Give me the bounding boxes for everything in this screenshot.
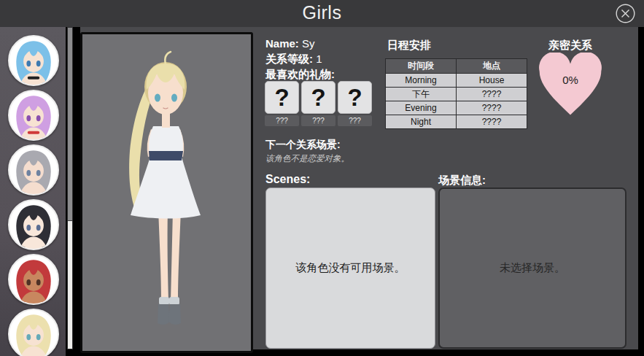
- sidebar-avatar-1[interactable]: [8, 35, 59, 86]
- character-model: [82, 34, 251, 351]
- scrollbar-thumb[interactable]: [68, 28, 72, 221]
- scene-info-panel: 未选择场景。: [438, 187, 626, 349]
- sidebar-avatar-2[interactable]: [8, 90, 59, 141]
- sidebar-scrollbar[interactable]: [67, 27, 73, 349]
- gift-unknown-icon[interactable]: ?: [301, 81, 335, 114]
- name-value: Sy: [299, 37, 315, 50]
- intimacy-percent: 0%: [537, 74, 604, 86]
- gift-unknown-icon[interactable]: ?: [338, 81, 372, 114]
- schedule-row: Morning House: [386, 73, 527, 87]
- schedule-cell-time: Evening: [386, 101, 456, 115]
- name-label: Name:: [265, 37, 299, 50]
- gift-caption: ???: [265, 115, 299, 126]
- schedule-cell-place: ????: [456, 115, 527, 128]
- schedule-row: 下午 ????: [386, 87, 527, 101]
- level-label: 关系等级:: [265, 53, 313, 65]
- scenes-list-panel[interactable]: 该角色没有可用场景。: [265, 187, 435, 349]
- scenes-label: Scenes:: [265, 173, 310, 186]
- schedule-cell-time: 下午: [386, 88, 456, 101]
- avatar-portrait: [9, 310, 58, 356]
- title-bar: Girls: [0, 0, 644, 27]
- character-list: [0, 27, 66, 356]
- not-romanceable-note: 该角色不是恋爱对象。: [265, 153, 349, 164]
- character-model-panel: [80, 32, 253, 353]
- sidebar-avatar-3[interactable]: [8, 144, 59, 196]
- schedule-cell-time: Morning: [386, 74, 456, 87]
- close-icon: [616, 4, 635, 23]
- avatar-portrait: [9, 36, 58, 85]
- avatar-portrait: [9, 91, 58, 139]
- relationship-level-line: 关系等级: 1: [265, 53, 322, 66]
- schedule-row: Night ????: [386, 115, 527, 128]
- favorite-gifts-row: ? ??? ? ??? ? ???: [265, 81, 372, 126]
- level-value: 1: [313, 53, 322, 65]
- gift-slot-2: ? ???: [301, 81, 335, 126]
- gift-slot-1: ? ???: [265, 81, 299, 126]
- avatar-portrait: [9, 255, 58, 303]
- girls-window: Girls: [0, 0, 644, 356]
- sidebar-avatar-4[interactable]: [8, 199, 59, 250]
- schedule-table: 时间段 地点 Morning House 下午 ???? Evening ???…: [385, 58, 527, 129]
- gift-caption: ???: [338, 115, 372, 126]
- scene-info-empty-message: 未选择场景。: [500, 261, 565, 275]
- favorite-gifts-label: 最喜欢的礼物:: [265, 68, 335, 82]
- avatar-portrait: [9, 201, 58, 249]
- next-scene-label: 下一个关系场景:: [265, 139, 341, 152]
- gift-unknown-icon[interactable]: ?: [265, 81, 299, 114]
- schedule-cell-place: House: [456, 74, 527, 87]
- schedule-cell-place: ????: [456, 88, 527, 101]
- gift-slot-3: ? ???: [338, 81, 372, 126]
- name-line: Name: Sy: [265, 37, 315, 50]
- schedule-row: Evening ????: [386, 101, 527, 115]
- window-title: Girls: [0, 2, 644, 23]
- sidebar-avatar-6[interactable]: [8, 309, 59, 356]
- gift-caption: ???: [301, 115, 335, 126]
- schedule-header-time: 时间段: [386, 59, 456, 73]
- scenes-empty-message: 该角色没有可用场景。: [296, 261, 406, 275]
- avatar-portrait: [9, 146, 58, 194]
- schedule-cell-place: ????: [456, 101, 527, 115]
- schedule-cell-time: Night: [386, 115, 456, 128]
- sidebar-avatar-5[interactable]: [8, 254, 59, 305]
- intimacy-heart: 0%: [537, 53, 604, 118]
- schedule-title: 日程安排: [387, 39, 431, 53]
- schedule-header-row: 时间段 地点: [386, 59, 527, 73]
- schedule-header-place: 地点: [456, 59, 527, 73]
- close-button[interactable]: [616, 4, 635, 23]
- scene-info-label: 场景信息:: [438, 174, 486, 187]
- intimacy-title: 亲密关系: [537, 39, 604, 53]
